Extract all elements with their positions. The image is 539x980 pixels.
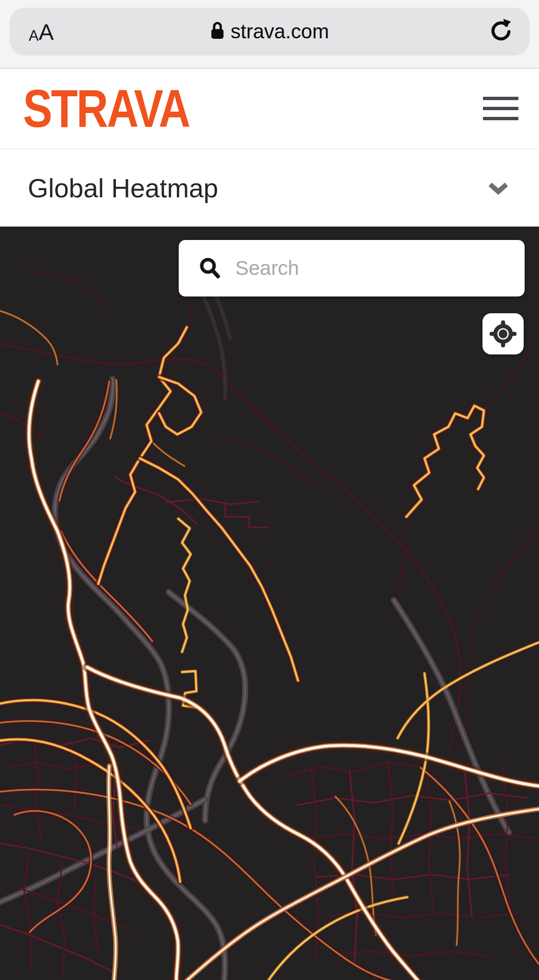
heatmap-canvas[interactable] bbox=[0, 227, 539, 980]
text-size-button[interactable]: AA bbox=[29, 8, 54, 56]
browser-chrome: AA strava.com bbox=[0, 0, 539, 68]
chevron-down-icon bbox=[488, 182, 509, 195]
strava-logo[interactable]: STRAVA bbox=[23, 82, 189, 135]
search-input[interactable] bbox=[235, 257, 504, 280]
menu-button[interactable] bbox=[483, 97, 518, 120]
site-header: STRAVA bbox=[0, 68, 539, 149]
search-icon bbox=[199, 257, 222, 280]
url-text: strava.com bbox=[230, 20, 329, 43]
reload-icon bbox=[488, 17, 513, 46]
hamburger-icon bbox=[483, 97, 518, 100]
text-size-large-a: A bbox=[39, 21, 54, 43]
title-expander[interactable] bbox=[488, 179, 509, 198]
page-title-bar: Global Heatmap bbox=[0, 149, 539, 227]
page-title: Global Heatmap bbox=[28, 173, 218, 204]
mobile-safari-screen: AA strava.com STRAVA bbox=[0, 0, 539, 980]
url-bar[interactable]: AA strava.com bbox=[10, 8, 529, 56]
lock-icon bbox=[210, 22, 224, 42]
reload-button[interactable] bbox=[488, 8, 513, 56]
text-size-small-a: A bbox=[29, 28, 39, 43]
locate-icon bbox=[490, 320, 516, 347]
heatmap-map[interactable] bbox=[0, 227, 539, 980]
locate-button[interactable] bbox=[482, 313, 524, 354]
url-field[interactable]: strava.com bbox=[210, 8, 329, 56]
search-box[interactable] bbox=[179, 240, 525, 296]
